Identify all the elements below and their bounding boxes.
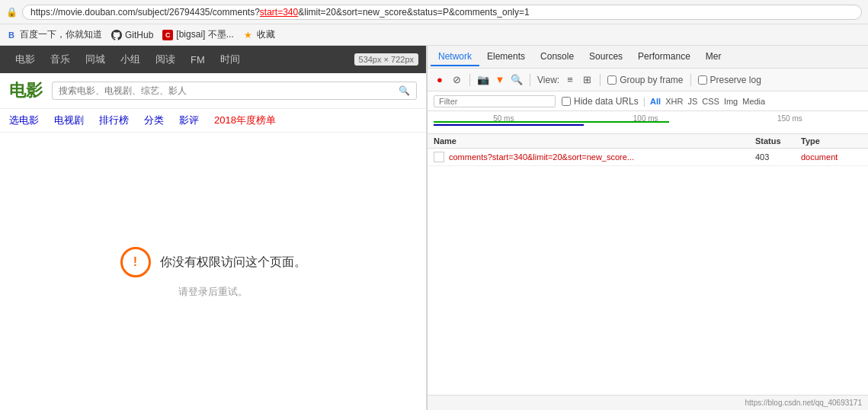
tab-network[interactable]: Network: [431, 48, 479, 66]
url-bar[interactable]: https://movie.douban.com/subject/2679443…: [22, 5, 862, 20]
filter-media[interactable]: Media: [742, 97, 765, 106]
bookmark-baidu-label: 百度一下，你就知道: [20, 28, 102, 41]
preserve-log-checkbox[interactable]: [698, 75, 707, 85]
hide-data-urls-check[interactable]: Hide data URLs: [562, 96, 639, 107]
bookmark-baidu[interactable]: B 百度一下，你就知道: [6, 28, 102, 41]
row-status: 403: [755, 152, 801, 162]
timeline-green-bar: [434, 121, 669, 123]
table-row[interactable]: comments?start=340&limit=20&sort=new_sco…: [428, 149, 868, 166]
error-row: ! 你没有权限访问这个页面。: [120, 247, 306, 277]
timeline-bar: 50 ms 100 ms 150 ms: [428, 111, 868, 134]
devtools-tabs: Network Elements Console Sources Perform…: [428, 46, 868, 69]
sub-nav-niandulist[interactable]: 2018年度榜单: [214, 114, 276, 127]
search-box[interactable]: 🔍: [52, 82, 417, 100]
filter-input[interactable]: [434, 95, 556, 107]
hide-data-urls-label: Hide data URLs: [574, 96, 639, 107]
url-suffix: &limit=20&sort=new_score&status=P&commen…: [298, 7, 530, 18]
status-bar: https://blog.csdn.net/qq_40693171: [428, 395, 868, 410]
tab-more[interactable]: Mer: [698, 48, 729, 66]
sub-nav-yingping[interactable]: 影评: [179, 114, 199, 127]
page-content: ! 你没有权限访问这个页面。 请登录后重试。: [0, 133, 426, 410]
sub-nav-xuandianying[interactable]: 选电影: [9, 114, 39, 127]
filter-img[interactable]: Img: [724, 97, 738, 106]
baidu-icon: B: [6, 30, 17, 40]
bookmark-github[interactable]: GitHub: [111, 30, 153, 40]
preserve-log-check[interactable]: Preserve log: [698, 75, 761, 85]
nav-item-fm[interactable]: FM: [183, 46, 213, 73]
url-highlight: start=340: [260, 7, 298, 18]
sub-nav-fenlei[interactable]: 分类: [144, 114, 164, 127]
filter-js[interactable]: JS: [687, 97, 697, 106]
group-by-frame-label: Group by frame: [620, 75, 683, 85]
bookmark-favorites-label: 收藏: [257, 28, 275, 41]
filter-all[interactable]: All: [650, 97, 661, 106]
tab-sources[interactable]: Sources: [581, 48, 630, 66]
col-status-header: Status: [755, 136, 801, 146]
address-bar: 🔒 https://movie.douban.com/subject/26794…: [0, 0, 868, 24]
sub-nav-dianshiju[interactable]: 电视剧: [54, 114, 84, 127]
col-name-header: Name: [434, 136, 755, 146]
preserve-log-label: Preserve log: [710, 75, 761, 85]
error-title: 你没有权限访问这个页面。: [160, 255, 306, 271]
col-type-header: Type: [801, 136, 862, 146]
bookmark-c-label: [bigsai] 不墨...: [176, 28, 233, 41]
main-layout: 电影 音乐 同城 小组 阅读 FM 时间 534px × 722px 电影 🔍 …: [0, 46, 868, 410]
nav-item-yuedu[interactable]: 阅读: [148, 46, 183, 73]
tab-console[interactable]: Console: [533, 48, 581, 66]
filter-bar: Hide data URLs | All XHR JS CSS Img Medi…: [428, 91, 868, 111]
view-tree-icon[interactable]: ⊞: [581, 74, 593, 86]
bookmark-c[interactable]: C [bigsai] 不墨...: [162, 28, 233, 41]
row-icon: [434, 152, 444, 162]
github-icon: [111, 30, 122, 40]
nav-item-yinyue[interactable]: 音乐: [43, 46, 78, 73]
network-table: Name Status Type comments?start=340&limi…: [428, 134, 868, 395]
nav-item-dianying[interactable]: 电影: [8, 46, 43, 73]
douban-logo: 电影: [9, 79, 43, 102]
error-icon: !: [120, 247, 151, 277]
nav-item-xiaozu[interactable]: 小组: [113, 46, 148, 73]
star-icon: ★: [243, 30, 254, 40]
toolbar-divider-1: [469, 74, 470, 86]
search-icon[interactable]: 🔍: [399, 85, 410, 96]
douban-page: 电影 音乐 同城 小组 阅读 FM 时间 534px × 722px 电影 🔍 …: [0, 46, 427, 410]
camera-button[interactable]: 📷: [477, 74, 489, 86]
view-list-icon[interactable]: ≡: [564, 74, 576, 86]
bookmark-favorites[interactable]: ★ 收藏: [243, 28, 275, 41]
search-button[interactable]: 🔍: [511, 74, 523, 86]
stop-button[interactable]: ⊘: [450, 74, 463, 86]
filter-sep: |: [643, 95, 645, 107]
search-input[interactable]: [59, 85, 399, 96]
status-url: https://blog.csdn.net/qq_40693171: [745, 399, 862, 407]
filter-css[interactable]: CSS: [702, 97, 719, 106]
devtools-toolbar: ● ⊘ 📷 ▼ 🔍 View: ≡ ⊞ Group by frame Prese…: [428, 69, 868, 91]
record-button[interactable]: ●: [434, 74, 446, 86]
group-by-frame-checkbox[interactable]: [607, 75, 617, 85]
hide-data-urls-checkbox[interactable]: [562, 97, 571, 106]
filter-button[interactable]: ▼: [494, 74, 506, 86]
nav-item-tongcheng[interactable]: 同城: [78, 46, 113, 73]
lock-icon: 🔒: [6, 7, 18, 18]
bookmark-github-label: GitHub: [125, 30, 153, 40]
url-prefix: https://movie.douban.com/subject/2679443…: [30, 7, 260, 18]
network-headers: Name Status Type: [428, 134, 868, 149]
group-by-frame-check[interactable]: Group by frame: [607, 75, 683, 85]
toolbar-divider-3: [600, 74, 601, 86]
devtools-panel: Network Elements Console Sources Perform…: [427, 46, 868, 410]
view-label: View:: [537, 75, 559, 85]
toolbar-divider-4: [690, 74, 691, 86]
douban-sub-nav: 选电影 电视剧 排行榜 分类 影评 2018年度榜单: [0, 109, 426, 133]
bookmarks-bar: B 百度一下，你就知道 GitHub C [bigsai] 不墨... ★ 收藏: [0, 24, 868, 46]
douban-nav: 电影 音乐 同城 小组 阅读 FM 时间 534px × 722px: [0, 46, 426, 73]
douban-header: 电影 🔍: [0, 73, 426, 109]
row-type: document: [801, 152, 862, 162]
nav-item-shijian[interactable]: 时间: [213, 46, 248, 73]
tab-elements[interactable]: Elements: [479, 48, 533, 66]
filter-xhr[interactable]: XHR: [665, 97, 683, 106]
csdn-icon: C: [162, 30, 173, 40]
error-sub: 请登录后重试。: [178, 285, 248, 299]
sub-nav-paihangbang[interactable]: 排行榜: [99, 114, 129, 127]
tab-performance[interactable]: Performance: [630, 48, 698, 66]
row-url: comments?start=340&limit=20&sort=new_sco…: [449, 152, 755, 162]
exclamation-icon: !: [133, 255, 137, 269]
size-badge: 534px × 722px: [354, 53, 418, 66]
